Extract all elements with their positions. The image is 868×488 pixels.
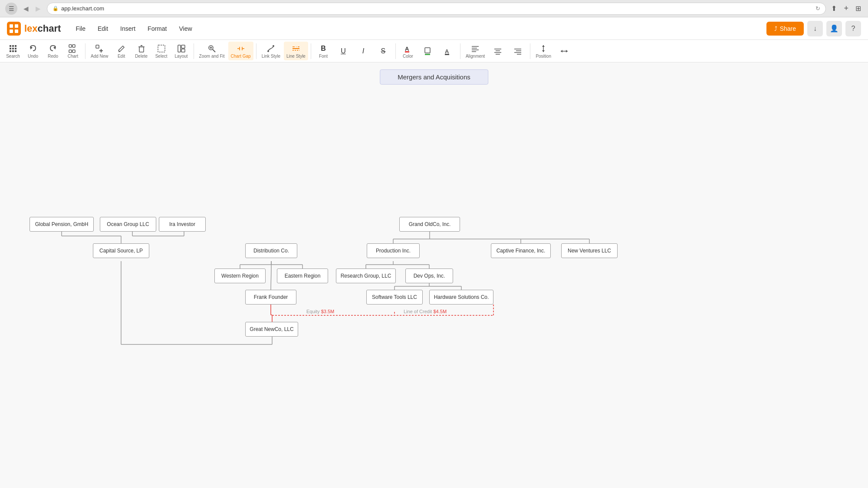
node-dev-ops[interactable]: Dev Ops, Inc. <box>405 269 453 283</box>
svg-rect-45 <box>425 48 430 53</box>
toolbar-strikethrough[interactable]: S <box>374 44 393 58</box>
toolbar-position-v[interactable] <box>555 44 574 58</box>
divider-7 <box>530 43 530 59</box>
node-grand-oldco[interactable]: Grand OldCo, Inc. <box>399 217 460 232</box>
underline-icon: U <box>341 46 346 56</box>
strikethrough-icon: S <box>381 46 386 56</box>
menu-edit[interactable]: Edit <box>92 23 114 35</box>
svg-rect-4 <box>10 45 11 47</box>
svg-rect-23 <box>139 47 144 52</box>
toolbar-zoom-fit[interactable]: Zoom and Fit <box>197 42 227 60</box>
menu-file[interactable]: File <box>69 23 92 35</box>
redo-icon <box>49 43 57 54</box>
layout-label: Layout <box>175 54 188 59</box>
svg-marker-63 <box>542 50 545 52</box>
divider-5 <box>395 43 396 59</box>
tab-grid-button[interactable]: ⊞ <box>854 3 863 14</box>
toolbar-select[interactable]: Select <box>152 42 171 60</box>
node-research-group[interactable]: Research Group, LLC <box>336 269 396 283</box>
node-hardware-solutions[interactable]: Hardware Solutions Co. <box>429 290 493 305</box>
toolbar-add-new[interactable]: Add New <box>88 42 111 60</box>
menu-format[interactable]: Format <box>141 23 173 35</box>
forward-button[interactable]: ▶ <box>33 4 43 13</box>
node-capital-source[interactable]: Capital Source, LP <box>93 243 149 258</box>
sidebar-toggle[interactable]: ☰ <box>5 3 17 15</box>
layout-icon <box>177 43 186 54</box>
toolbar-layout[interactable]: Layout <box>172 42 191 60</box>
toolbar-link-style[interactable]: Link Style <box>259 42 283 60</box>
back-button[interactable]: ◀ <box>21 4 31 13</box>
svg-marker-62 <box>542 45 545 47</box>
svg-rect-10 <box>10 50 11 52</box>
share-button[interactable]: ⤴ Share <box>766 22 804 36</box>
node-frank-founder[interactable]: Frank Founder <box>245 290 296 305</box>
help-button[interactable]: ? <box>845 21 861 36</box>
share-icon: ⤴ <box>774 25 777 32</box>
add-new-label: Add New <box>91 54 108 59</box>
toolbar-chart-gap[interactable]: Chart Gap <box>228 42 253 60</box>
node-ira-investor[interactable]: Ira Investor <box>159 217 206 232</box>
svg-rect-12 <box>15 50 16 52</box>
toolbar-align-right[interactable] <box>508 44 527 58</box>
position-v-icon <box>560 46 569 56</box>
menu-view[interactable]: View <box>173 23 198 35</box>
toolbar-undo[interactable]: Undo <box>23 42 43 60</box>
svg-rect-1 <box>15 24 18 28</box>
download-button[interactable]: ↓ <box>807 21 823 36</box>
toolbar-underline[interactable]: U <box>334 44 353 58</box>
canvas-area[interactable]: Mergers and Acquisitions <box>0 62 868 488</box>
node-production-inc[interactable]: Production Inc. <box>367 243 420 258</box>
svg-rect-17 <box>69 50 72 52</box>
svg-text:A: A <box>405 46 409 52</box>
menu-insert[interactable]: Insert <box>114 23 141 35</box>
add-new-icon <box>95 43 104 54</box>
url-text: app.lexchart.com <box>61 5 104 12</box>
address-bar[interactable]: 🔒 app.lexchart.com ↻ <box>47 3 826 15</box>
reload-icon[interactable]: ↻ <box>815 5 820 12</box>
browser-controls: ☰ <box>5 3 17 15</box>
equity-label: Equity $3.5M <box>306 309 334 314</box>
node-captive-finance[interactable]: Captive Finance, Inc. <box>491 243 551 258</box>
toolbar-align-left[interactable]: Alignment <box>463 42 487 60</box>
node-ocean-group[interactable]: Ocean Group LLC <box>100 217 156 232</box>
svg-rect-46 <box>425 54 430 55</box>
node-distribution-co[interactable]: Distribution Co. <box>245 243 297 258</box>
svg-rect-48 <box>445 54 449 55</box>
svg-point-38 <box>267 50 269 52</box>
svg-rect-27 <box>178 45 181 52</box>
node-global-pension[interactable]: Global Pension, GmbH <box>30 217 94 232</box>
toolbar-align-center[interactable] <box>488 44 507 58</box>
logo-icon <box>7 22 21 36</box>
toolbar-bold[interactable]: B Font <box>314 42 333 60</box>
toolbar-line-style[interactable]: Line Style <box>284 42 308 60</box>
node-western-region[interactable]: Western Region <box>214 269 266 283</box>
toolbar-fill-color[interactable] <box>418 44 437 58</box>
node-eastern-region[interactable]: Eastern Region <box>277 269 328 283</box>
toolbar-search[interactable]: Search <box>3 42 23 60</box>
chart-icon <box>69 43 77 54</box>
toolbar-chart[interactable]: Chart <box>63 42 82 60</box>
node-software-tools[interactable]: Software Tools LLC <box>366 290 423 305</box>
toolbar-position-h[interactable]: Position <box>533 42 554 60</box>
undo-label: Undo <box>28 54 38 59</box>
toolbar-line-color[interactable]: A <box>438 44 457 58</box>
browser-nav: ◀ ▶ <box>21 4 43 13</box>
toolbar-italic[interactable]: I <box>354 44 373 58</box>
logo: lexchart <box>7 22 61 36</box>
share-page-button[interactable]: ⬆ <box>829 3 838 14</box>
zoom-fit-icon <box>207 43 216 54</box>
user-button[interactable]: 👤 <box>826 21 842 36</box>
toolbar-redo[interactable]: Redo <box>43 42 62 60</box>
fill-color-icon <box>424 46 432 56</box>
undo-icon <box>29 43 37 54</box>
chart-title[interactable]: Mergers and Acquisitions <box>380 69 488 85</box>
svg-rect-44 <box>405 51 409 52</box>
toolbar-edit[interactable]: Edit <box>112 42 131 60</box>
delete-label: Delete <box>135 54 148 59</box>
toolbar-delete[interactable]: Delete <box>132 42 151 60</box>
lock-icon: 🔒 <box>53 6 59 11</box>
new-tab-button[interactable]: + <box>842 2 850 15</box>
node-great-newco[interactable]: Great NewCo, LLC <box>245 322 298 337</box>
node-new-ventures[interactable]: New Ventures LLC <box>561 243 618 258</box>
toolbar-font-color[interactable]: A Color <box>398 42 418 60</box>
